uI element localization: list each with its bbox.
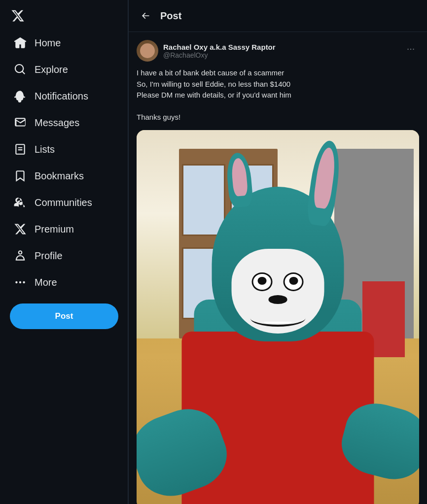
- sidebar-item-bookmarks[interactable]: Bookmarks: [6, 164, 122, 188]
- lists-label: Lists: [35, 144, 55, 155]
- more-icon: [14, 276, 27, 289]
- communities-icon: [14, 196, 27, 209]
- sidebar-item-messages[interactable]: Messages: [6, 110, 122, 135]
- x-logo[interactable]: [6, 4, 30, 28]
- post-author-left: Rachael Oxy a.k.a Sassy Raptor @RachaelO…: [137, 40, 276, 62]
- communities-label: Communities: [35, 197, 92, 208]
- sidebar-item-notifications[interactable]: Notifications: [6, 84, 122, 108]
- post-body: Rachael Oxy a.k.a Sassy Raptor @RachaelO…: [129, 32, 427, 504]
- sidebar-item-explore[interactable]: Explore: [6, 57, 122, 82]
- premium-label: Premium: [35, 224, 74, 235]
- post-button[interactable]: Post: [10, 303, 118, 329]
- home-label: Home: [35, 37, 61, 49]
- post-image[interactable]: [137, 130, 419, 504]
- profile-icon: [14, 249, 27, 262]
- sidebar-item-lists[interactable]: Lists: [6, 137, 122, 162]
- home-icon: [14, 36, 27, 49]
- sidebar-item-communities[interactable]: Communities: [6, 190, 122, 215]
- post-topbar: Post: [129, 0, 427, 32]
- notifications-icon: [14, 90, 27, 102]
- explore-icon: [14, 63, 27, 76]
- sidebar-item-more[interactable]: More: [6, 270, 122, 295]
- back-button[interactable]: [137, 7, 154, 25]
- sidebar-item-premium[interactable]: Premium: [6, 217, 122, 241]
- explore-label: Explore: [35, 64, 68, 75]
- premium-icon: [14, 223, 27, 235]
- main-content: Post Rachael Oxy a.k.a Sassy Raptor @Rac…: [128, 0, 427, 504]
- messages-icon: [14, 116, 27, 129]
- more-label: More: [35, 277, 57, 288]
- sidebar: Home Explore Notifications Messages List…: [0, 0, 128, 504]
- post-more-button[interactable]: ···: [402, 40, 419, 57]
- profile-label: Profile: [35, 250, 63, 262]
- author-handle: @RachaelOxy: [163, 51, 276, 59]
- sidebar-item-home[interactable]: Home: [6, 31, 122, 55]
- page-title: Post: [160, 10, 181, 22]
- messages-label: Messages: [35, 117, 79, 129]
- lists-icon: [14, 143, 27, 156]
- notifications-label: Notifications: [35, 91, 88, 102]
- author-name: Rachael Oxy a.k.a Sassy Raptor: [163, 43, 276, 51]
- bookmarks-label: Bookmarks: [35, 170, 84, 182]
- author-info: Rachael Oxy a.k.a Sassy Raptor @RachaelO…: [163, 43, 276, 59]
- bookmarks-icon: [14, 169, 27, 182]
- sidebar-item-profile[interactable]: Profile: [6, 243, 122, 268]
- author-avatar[interactable]: [137, 40, 158, 62]
- post-author-row: Rachael Oxy a.k.a Sassy Raptor @RachaelO…: [137, 40, 419, 62]
- post-text: I have a bit of bank debt cause of a sca…: [137, 67, 419, 123]
